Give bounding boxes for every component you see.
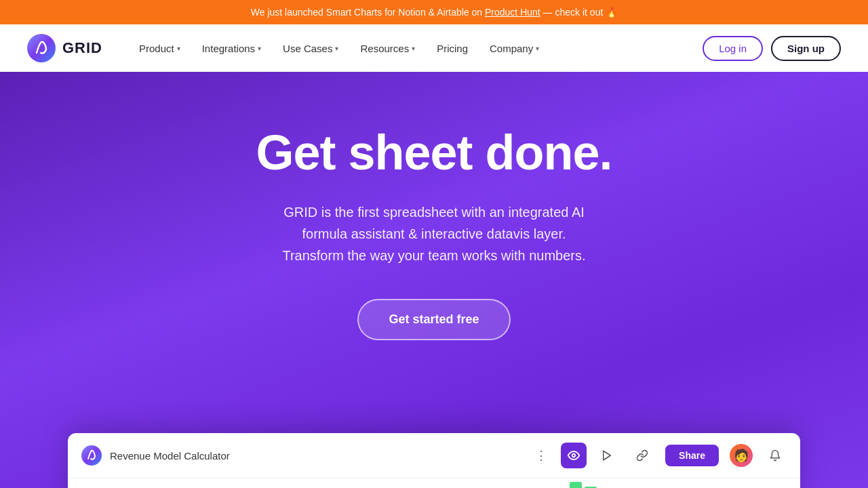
get-started-button[interactable]: Get started free [357,299,510,340]
preview-logo-icon [81,445,102,466]
chevron-down-icon: ▾ [412,45,415,52]
chevron-down-icon: ▾ [177,45,180,52]
chart-bar [570,482,582,488]
nav-label: Resources [360,43,409,54]
nav-item-pricing[interactable]: Pricing [427,37,477,60]
nav-item-use-cases[interactable]: Use Cases▾ [273,37,348,60]
preview-content-area [68,479,800,488]
svg-marker-3 [604,451,611,460]
chevron-down-icon: ▾ [335,45,338,52]
play-button[interactable] [595,443,619,468]
nav-label: Company [490,43,533,54]
nav-item-product[interactable]: Product▾ [130,37,190,60]
link-icon [636,449,648,462]
hero-subtitle: GRID is the first spreadsheet with an in… [282,201,585,266]
logo-icon [27,34,56,62]
hero-subtitle-line2: formula assistant & interactive datavis … [302,226,566,241]
banner-text-after: — check it out 🔥 [540,7,617,18]
chevron-down-icon: ▾ [536,45,539,52]
link-button[interactable] [630,443,654,468]
nav-label: Integrations [202,43,255,54]
announcement-banner: We just launched Smart Charts for Notion… [0,0,868,24]
play-icon [601,449,613,462]
nav-label: Product [139,43,174,54]
svg-point-1 [81,445,102,466]
hero-title: Get sheet done. [256,126,612,180]
login-button[interactable]: Log in [703,36,763,61]
chart-area [525,479,597,488]
hero-subtitle-line1: GRID is the first spreadsheet with an in… [283,205,585,220]
bell-icon [769,449,781,462]
eye-icon [568,449,580,462]
banner-text-before: We just launched Smart Charts for Notion… [251,7,485,18]
preview-toolbar: Revenue Model Calculator ⋮ [68,433,800,479]
svg-point-2 [572,454,576,458]
navbar: GRID Product▾Integrations▾Use Cases▾Reso… [0,24,868,72]
nav-links: Product▾Integrations▾Use Cases▾Resources… [130,37,703,60]
nav-item-integrations[interactable]: Integrations▾ [193,37,271,60]
hero-subtitle-line3: Transform the way your team works with n… [282,248,585,263]
svg-point-0 [27,34,56,62]
user-avatar[interactable]: 🧑 [730,444,753,467]
nav-actions: Log in Sign up [703,36,841,61]
notifications-button[interactable] [764,444,787,467]
signup-button[interactable]: Sign up [771,36,841,61]
logo-text: GRID [62,39,102,57]
preview-toggle-button[interactable] [561,443,587,468]
product-hunt-link[interactable]: Product Hunt [485,7,540,18]
hero-section: Get sheet done. GRID is the first spread… [0,72,868,488]
nav-label: Pricing [437,43,468,54]
preview-document-title: Revenue Model Calculator [110,450,521,462]
logo[interactable]: GRID [27,34,102,62]
preview-card: Revenue Model Calculator ⋮ [68,433,800,488]
more-options-icon[interactable]: ⋮ [530,445,553,466]
chevron-down-icon: ▾ [258,45,261,52]
preview-actions: Share 🧑 [595,443,787,468]
nav-item-resources[interactable]: Resources▾ [351,37,425,60]
nav-item-company[interactable]: Company▾ [480,37,549,60]
nav-label: Use Cases [283,43,332,54]
share-button[interactable]: Share [665,445,719,466]
